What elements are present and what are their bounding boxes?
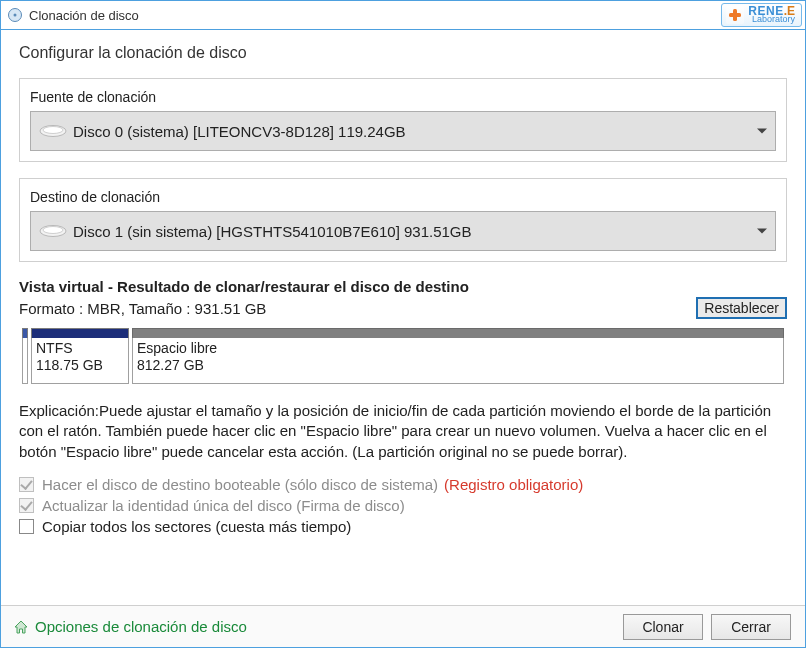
partition-ntfs-size: 118.75 GB	[36, 357, 124, 374]
disk-layout-visual: NTFS 118.75 GB Espacio libre 812.27 GB	[19, 325, 787, 389]
window: Clonación de disco RENE.E Laboratory Con…	[0, 0, 806, 648]
source-label: Fuente de clonación	[30, 85, 776, 105]
content: Configurar la clonación de disco Fuente …	[1, 30, 805, 547]
disk-clone-icon	[7, 7, 23, 23]
checkbox-icon	[19, 498, 34, 513]
checkbox-icon[interactable]	[19, 519, 34, 534]
target-group: Destino de clonación Disco 1 (sin sistem…	[19, 178, 787, 262]
registration-required-note: (Registro obligatorio)	[444, 476, 583, 493]
option-copy-all-sectors-label: Copiar todos los sectores (cuesta más ti…	[42, 518, 351, 535]
option-update-identity-label: Actualizar la identidad única del disco …	[42, 497, 405, 514]
svg-point-5	[43, 127, 63, 134]
svg-point-7	[43, 227, 63, 234]
partition-ntfs[interactable]: NTFS 118.75 GB	[31, 328, 129, 384]
target-combobox[interactable]: Disco 1 (sin sistema) [HGSTHTS541010B7E6…	[30, 211, 776, 251]
brand-text: RENE.E Laboratory	[748, 6, 795, 24]
clone-button[interactable]: Clonar	[623, 614, 703, 640]
partition-free-name: Espacio libre	[137, 340, 779, 357]
brand-logo[interactable]: RENE.E Laboratory	[721, 3, 802, 27]
hard-disk-icon	[39, 124, 67, 138]
svg-point-1	[14, 14, 17, 17]
clone-options-link[interactable]: Opciones de clonación de disco	[13, 618, 247, 635]
clone-options-link-label: Opciones de clonación de disco	[35, 618, 247, 635]
hard-disk-icon	[39, 224, 67, 238]
window-title: Clonación de disco	[29, 8, 139, 23]
target-label: Destino de clonación	[30, 185, 776, 205]
preview-format: Formato : MBR, Tamaño : 931.51 GB	[19, 300, 266, 317]
close-button[interactable]: Cerrar	[711, 614, 791, 640]
option-copy-all-sectors[interactable]: Copiar todos los sectores (cuesta más ti…	[19, 518, 787, 535]
explanation-text: Explicación:Puede ajustar el tamaño y la…	[19, 401, 787, 462]
source-selected-text: Disco 0 (sistema) [LITEONCV3-8D128] 119.…	[73, 123, 406, 140]
brand-cross-icon	[726, 6, 744, 24]
footer: Opciones de clonación de disco Clonar Ce…	[1, 605, 805, 647]
partition-free-space[interactable]: Espacio libre 812.27 GB	[132, 328, 784, 384]
option-update-identity: Actualizar la identidad única del disco …	[19, 497, 787, 514]
titlebar: Clonación de disco RENE.E Laboratory	[1, 1, 805, 30]
page-title: Configurar la clonación de disco	[19, 44, 787, 62]
source-group: Fuente de clonación Disco 0 (sistema) [L…	[19, 78, 787, 162]
svg-rect-3	[729, 13, 741, 17]
reset-button[interactable]: Restablecer	[696, 297, 787, 319]
partition-system-reserved[interactable]	[22, 328, 28, 384]
checkbox-icon	[19, 477, 34, 492]
chevron-down-icon	[757, 129, 767, 134]
options-checklist: Hacer el disco de destino booteable (sól…	[19, 476, 787, 535]
home-icon	[13, 619, 29, 635]
chevron-down-icon	[757, 229, 767, 234]
target-selected-text: Disco 1 (sin sistema) [HGSTHTS541010B7E6…	[73, 223, 472, 240]
option-make-bootable-label: Hacer el disco de destino booteable (sól…	[42, 476, 438, 493]
partition-ntfs-name: NTFS	[36, 340, 124, 357]
partition-free-size: 812.27 GB	[137, 357, 779, 374]
preview-title: Vista virtual - Resultado de clonar/rest…	[19, 278, 787, 295]
source-combobox[interactable]: Disco 0 (sistema) [LITEONCV3-8D128] 119.…	[30, 111, 776, 151]
option-make-bootable: Hacer el disco de destino booteable (sól…	[19, 476, 787, 493]
